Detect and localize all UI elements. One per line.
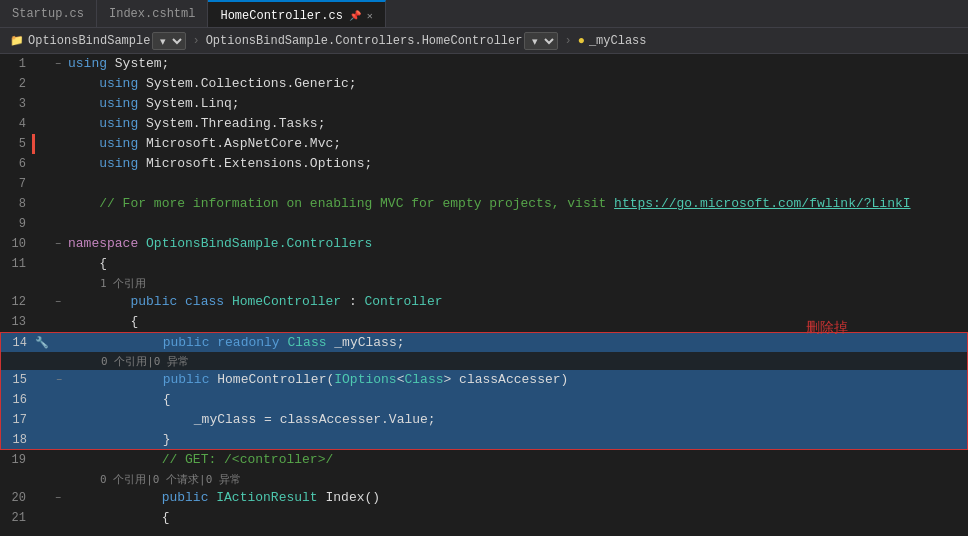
tab-bar: Startup.cs Index.cshtml HomeController.c…: [0, 0, 968, 28]
table-row: 20 − public IActionResult Index(): [0, 488, 968, 508]
tab-homecontroller[interactable]: HomeController.cs 📌 ✕: [208, 0, 385, 27]
breadcrumb-sep-1: ›: [192, 34, 199, 48]
fold-20-icon[interactable]: −: [55, 493, 61, 504]
wrench-icon[interactable]: 🔧: [35, 336, 49, 349]
table-row: 5 using Microsoft.AspNetCore.Mvc;: [0, 134, 968, 154]
table-row: 8 // For more information on enabling MV…: [0, 194, 968, 214]
fold-15-icon[interactable]: −: [56, 375, 62, 386]
fold-10-icon[interactable]: −: [55, 239, 61, 250]
pin-icon: 📌: [349, 10, 361, 22]
fold-1-icon[interactable]: −: [55, 59, 61, 70]
breadcrumb-namespace[interactable]: OptionsBindSample.Controllers.HomeContro…: [200, 32, 565, 50]
tab-index[interactable]: Index.cshtml: [97, 0, 208, 27]
table-row: 12 − public class HomeController : Contr…: [0, 292, 968, 312]
ide-window: Startup.cs Index.cshtml HomeController.c…: [0, 0, 968, 536]
editor-body: 1 − using System; 2 using System.Collect…: [0, 54, 968, 536]
breadcrumb-sep-2: ›: [564, 34, 571, 48]
breadcrumb-project[interactable]: 📁 OptionsBindSample ▾: [4, 32, 192, 50]
breadcrumb-namespace-label: OptionsBindSample.Controllers.HomeContro…: [206, 34, 523, 48]
ref-hint-19[interactable]: 0 个引用|0 个请求|0 异常: [0, 470, 968, 488]
tab-startup[interactable]: Startup.cs: [0, 0, 97, 27]
table-row: 17 _myClass = classAccesser.Value;: [0, 410, 968, 430]
table-row: 3 using System.Linq;: [0, 94, 968, 114]
table-row: 10 − namespace OptionsBindSample.Control…: [0, 234, 968, 254]
table-row: 6 using Microsoft.Extensions.Options;: [0, 154, 968, 174]
table-row: 19 // GET: /<controller>/: [0, 450, 968, 470]
table-row: 21 {: [0, 508, 968, 528]
table-row: 11 {: [0, 254, 968, 274]
breadcrumb-bar: 📁 OptionsBindSample ▾ › OptionsBindSampl…: [0, 28, 968, 54]
table-row: 4 using System.Threading.Tasks;: [0, 114, 968, 134]
member-icon: ●: [578, 34, 585, 48]
table-row: 2 using System.Collections.Generic;: [0, 74, 968, 94]
table-row: 9: [0, 214, 968, 234]
tab-homecontroller-label: HomeController.cs: [220, 9, 342, 23]
breadcrumb-project-dropdown[interactable]: ▾: [152, 32, 186, 50]
ref-hint-14[interactable]: 0 个引用|0 异常: [0, 352, 968, 370]
table-row: 16 {: [0, 390, 968, 410]
breadcrumb-member-label: _myClass: [589, 34, 647, 48]
tab-index-label: Index.cshtml: [109, 7, 195, 21]
breadcrumb-namespace-dropdown[interactable]: ▾: [524, 32, 558, 50]
delete-label: 删除掉: [806, 319, 848, 337]
table-row: 1 − using System;: [0, 54, 968, 74]
editor-lines: 1 − using System; 2 using System.Collect…: [0, 54, 968, 536]
breadcrumb-member[interactable]: ● _myClass: [572, 34, 653, 48]
breadcrumb-project-label: OptionsBindSample: [28, 34, 150, 48]
close-icon[interactable]: ✕: [367, 10, 373, 22]
tab-startup-label: Startup.cs: [12, 7, 84, 21]
table-row: 15 − public HomeController(IOptions<Clas…: [0, 370, 968, 390]
folder-icon: 📁: [10, 34, 24, 47]
table-row: 7: [0, 174, 968, 194]
fold-12-icon[interactable]: −: [55, 297, 61, 308]
ref-hint-11[interactable]: 1 个引用: [0, 274, 968, 292]
table-row: 18 }: [0, 430, 968, 450]
